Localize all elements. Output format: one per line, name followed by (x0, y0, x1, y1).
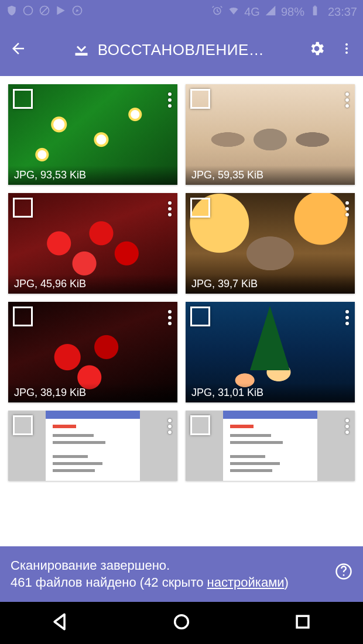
nav-back-button[interactable] (50, 612, 70, 634)
svg-point-11 (175, 615, 189, 629)
select-checkbox[interactable] (13, 306, 33, 326)
image-thumbnail (8, 411, 177, 481)
image-tile[interactable]: JPG, 59,35 KiB (186, 84, 355, 185)
select-checkbox[interactable] (13, 415, 33, 435)
tile-info-label: JPG, 31,01 KiB (186, 383, 355, 402)
tile-overflow-button[interactable] (343, 198, 351, 220)
thumbnail-grid: JPG, 93,53 KiBJPG, 59,35 KiBJPG, 45,96 K… (0, 76, 363, 489)
scan-status-line2-pre: 461 файлов найдено (42 скрыто (11, 575, 207, 590)
settings-button[interactable] (308, 40, 326, 60)
image-tile[interactable]: JPG, 39,7 KiB (186, 193, 355, 294)
tile-overflow-button[interactable] (343, 415, 351, 438)
image-tile[interactable]: JPG, 31,01 KiB (186, 302, 355, 402)
scan-status-line1: Сканирование завершено. (11, 558, 170, 573)
svg-line-2 (41, 7, 48, 14)
content-area[interactable]: JPG, 93,53 KiBJPG, 59,35 KiBJPG, 45,96 K… (0, 76, 363, 546)
overflow-menu-button[interactable] (340, 42, 354, 58)
select-checkbox[interactable] (190, 198, 210, 218)
nav-recent-button[interactable] (293, 612, 313, 634)
tile-overflow-button[interactable] (343, 89, 351, 111)
tile-info-label: JPG, 45,96 KiB (8, 274, 177, 294)
scan-status-line2-post: ) (285, 575, 289, 590)
shield-icon (6, 5, 18, 19)
svg-point-8 (345, 47, 348, 50)
download-icon (71, 38, 92, 61)
tile-overflow-button[interactable] (166, 306, 174, 329)
svg-rect-5 (313, 6, 317, 15)
battery-icon (309, 5, 321, 19)
settings-link[interactable]: настройками (207, 575, 285, 590)
tile-info-label: JPG, 93,53 KiB (8, 166, 177, 185)
tile-overflow-button[interactable] (166, 89, 174, 111)
block-icon (39, 5, 50, 19)
scan-status-bar: Сканирование завершено. 461 файлов найде… (0, 546, 363, 602)
select-checkbox[interactable] (190, 306, 210, 326)
select-checkbox[interactable] (190, 415, 210, 435)
image-tile[interactable]: JPG, 93,53 KiB (8, 84, 177, 185)
alarm-icon (211, 5, 223, 19)
select-checkbox[interactable] (190, 89, 210, 109)
select-checkbox[interactable] (13, 89, 33, 109)
back-button[interactable] (9, 40, 27, 60)
svg-rect-6 (314, 5, 316, 6)
nav-home-button[interactable] (172, 612, 191, 634)
app-title-wrap: ВОССТАНОВЛЕНИЕ… (37, 38, 297, 61)
status-time: 23:37 (328, 5, 357, 19)
image-tile[interactable] (8, 411, 177, 481)
tile-info-label: JPG, 38,19 KiB (8, 383, 177, 402)
image-tile[interactable]: JPG, 38,19 KiB (8, 302, 177, 402)
app-title: ВОССТАНОВЛЕНИЕ… (98, 41, 265, 59)
svg-point-9 (345, 51, 348, 54)
svg-rect-12 (297, 616, 309, 628)
tile-info-label: JPG, 39,7 KiB (186, 274, 355, 294)
tile-overflow-button[interactable] (166, 415, 174, 438)
tile-overflow-button[interactable] (343, 306, 351, 329)
app-bar: ВОССТАНОВЛЕНИЕ… (0, 23, 363, 76)
battery-label: 98% (281, 5, 304, 19)
system-nav-bar (0, 602, 363, 644)
network-label: 4G (244, 5, 260, 19)
tile-info-label: JPG, 59,35 KiB (186, 166, 355, 185)
circle-badge-icon (22, 5, 34, 19)
svg-point-0 (24, 6, 33, 15)
play-icon (55, 5, 67, 19)
tile-overflow-button[interactable] (166, 198, 174, 220)
select-checkbox[interactable] (13, 198, 33, 218)
image-tile[interactable] (186, 411, 355, 481)
signal-icon (265, 5, 276, 19)
status-bar: 4G 98% 23:37 (0, 0, 363, 23)
image-thumbnail (186, 411, 355, 481)
scan-status-message: Сканирование завершено. 461 файлов найде… (11, 557, 327, 591)
svg-point-7 (345, 43, 348, 46)
help-button[interactable] (335, 563, 352, 585)
wifi-icon (228, 5, 239, 19)
status-left-icons (6, 5, 83, 19)
compass-icon (71, 5, 83, 19)
image-tile[interactable]: JPG, 45,96 KiB (8, 193, 177, 294)
